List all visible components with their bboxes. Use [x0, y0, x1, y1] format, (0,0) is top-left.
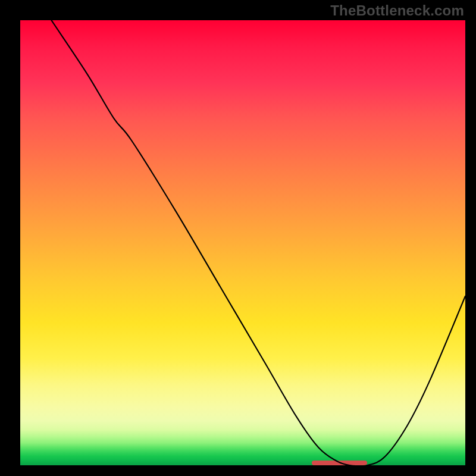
- watermark-text: TheBottleneck.com: [330, 2, 464, 19]
- chart-container: TheBottleneck.com: [0, 0, 476, 476]
- bottleneck-curve: [20, 20, 465, 465]
- plot-area: [20, 20, 465, 465]
